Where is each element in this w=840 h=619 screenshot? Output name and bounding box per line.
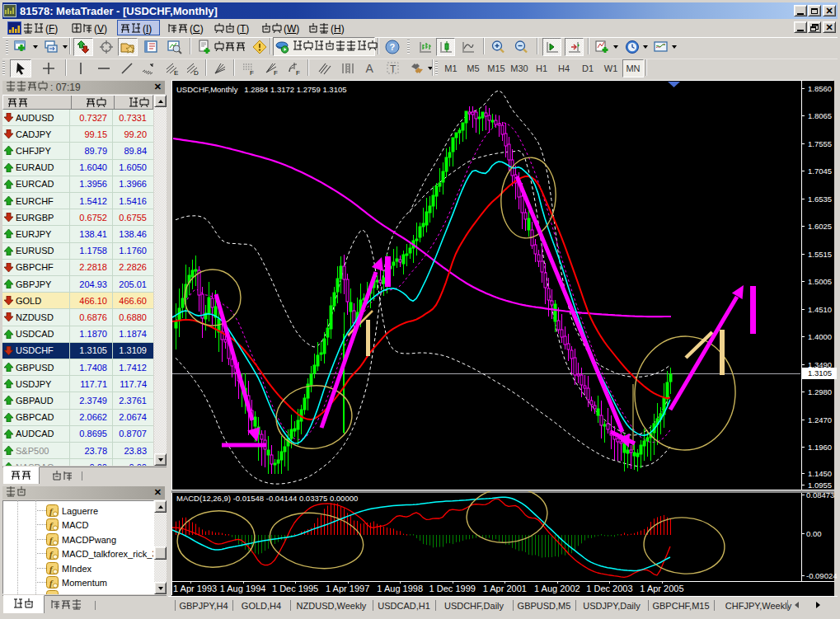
svg-text:E: E (174, 69, 178, 76)
svg-text:F: F (296, 69, 300, 76)
svg-text:1.4000: 1.4000 (808, 332, 832, 341)
svg-text:F: F (274, 69, 278, 76)
svg-text:1 Dec 2003: 1 Dec 2003 (586, 584, 632, 593)
svg-text:1.8560: 1.8560 (808, 84, 832, 93)
svg-text:1 Apr 2001: 1 Apr 2001 (483, 584, 527, 593)
svg-text:1 Aug 2002: 1 Aug 2002 (534, 584, 580, 593)
svg-text:1 Dec 1999: 1 Dec 1999 (429, 584, 476, 593)
svg-text:D: D (194, 69, 199, 76)
svg-text:1.4510: 1.4510 (808, 305, 832, 314)
svg-text:-0.09024: -0.09024 (806, 571, 838, 580)
svg-text:1.2470: 1.2470 (808, 415, 832, 424)
svg-text:1.6025: 1.6025 (808, 222, 832, 231)
svg-text:A: A (365, 62, 373, 75)
svg-text:1 Aug 1994: 1 Aug 1994 (220, 584, 266, 593)
svg-text:1.1450: 1.1450 (808, 469, 832, 478)
svg-text:?: ? (390, 42, 396, 52)
svg-text:1.5515: 1.5515 (808, 250, 832, 259)
svg-text:1.8065: 1.8065 (808, 111, 832, 120)
svg-text:MACD(12,26,9) -0.01548 -0.0414: MACD(12,26,9) -0.01548 -0.04144 0.03375 … (176, 494, 358, 503)
svg-text:1 Aug 1998: 1 Aug 1998 (377, 584, 423, 593)
svg-text:1 Apr 1997: 1 Apr 1997 (326, 584, 369, 593)
svg-text:0.08473: 0.08473 (806, 490, 834, 499)
svg-text:USDCHF,Monthly 1.2884 1.3172: USDCHF,Monthly 1.2884 1.3172 1.2759 1.31… (176, 85, 347, 94)
svg-text:1.7555: 1.7555 (808, 139, 832, 148)
svg-text:1.3105: 1.3105 (808, 368, 832, 377)
svg-text:1 Dec 1995: 1 Dec 1995 (272, 584, 318, 593)
svg-text:1.0955: 1.0955 (808, 481, 832, 490)
svg-text:1.1960: 1.1960 (808, 443, 832, 452)
svg-text:T: T (390, 63, 397, 75)
svg-text:1 Apr 1993: 1 Apr 1993 (173, 584, 217, 593)
svg-text:F: F (250, 69, 254, 76)
svg-text:1.5005: 1.5005 (808, 277, 832, 286)
svg-text:1.6535: 1.6535 (808, 195, 832, 204)
svg-text:0.00: 0.00 (806, 529, 822, 538)
svg-text:1.7045: 1.7045 (808, 166, 832, 176)
svg-text:1 Apr 2005: 1 Apr 2005 (640, 584, 683, 593)
svg-text:1.2980: 1.2980 (808, 387, 832, 396)
